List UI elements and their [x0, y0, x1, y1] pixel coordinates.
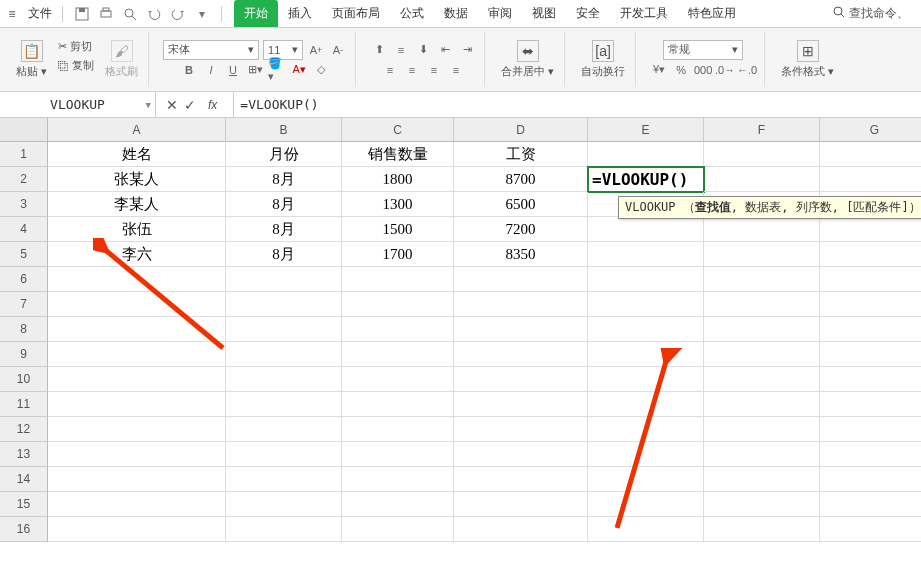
cell[interactable] [48, 492, 226, 517]
cell[interactable] [588, 317, 704, 342]
cell[interactable] [454, 417, 588, 442]
tab-review[interactable]: 审阅 [478, 0, 522, 27]
cell[interactable] [704, 392, 820, 417]
cell[interactable] [454, 292, 588, 317]
cell[interactable] [588, 467, 704, 492]
cell[interactable] [704, 167, 820, 192]
align-bottom-icon[interactable]: ⬇ [414, 41, 432, 59]
cell[interactable] [48, 317, 226, 342]
cell[interactable] [588, 342, 704, 367]
cell[interactable] [588, 217, 704, 242]
cell[interactable] [342, 292, 454, 317]
cell[interactable] [820, 167, 921, 192]
print-preview-icon[interactable] [121, 5, 139, 23]
cond-format-button[interactable]: ⊞ 条件格式 ▾ [779, 38, 836, 81]
align-left-icon[interactable]: ≡ [381, 61, 399, 79]
cell[interactable] [342, 467, 454, 492]
cell[interactable] [48, 367, 226, 392]
currency-icon[interactable]: ¥▾ [650, 61, 668, 79]
format-painter-button[interactable]: 🖌 格式刷 [103, 38, 140, 81]
tab-page-layout[interactable]: 页面布局 [322, 0, 390, 27]
row-header[interactable]: 16 [0, 517, 48, 542]
cell[interactable] [820, 367, 921, 392]
row-header[interactable]: 6 [0, 267, 48, 292]
cell[interactable]: 8月 [226, 242, 342, 267]
cell[interactable]: 8700 [454, 167, 588, 192]
cell[interactable] [704, 292, 820, 317]
cell[interactable] [48, 392, 226, 417]
cell[interactable] [704, 442, 820, 467]
tab-start[interactable]: 开始 [234, 0, 278, 27]
row-header[interactable]: 4 [0, 217, 48, 242]
row-header[interactable]: 10 [0, 367, 48, 392]
column-header[interactable]: D [454, 118, 588, 142]
cell[interactable]: 姓名 [48, 142, 226, 167]
column-header[interactable]: B [226, 118, 342, 142]
redo-icon[interactable] [169, 5, 187, 23]
formula-input[interactable]: =VLOOKUP() [234, 97, 921, 112]
row-header[interactable]: 8 [0, 317, 48, 342]
cell[interactable] [342, 392, 454, 417]
cell[interactable] [820, 392, 921, 417]
cell[interactable]: 8350 [454, 242, 588, 267]
border-button[interactable]: ⊞▾ [246, 61, 264, 79]
percent-icon[interactable]: % [672, 61, 690, 79]
cell[interactable] [820, 242, 921, 267]
cell[interactable]: 李某人 [48, 192, 226, 217]
row-header[interactable]: 11 [0, 392, 48, 417]
align-justify-icon[interactable]: ≡ [447, 61, 465, 79]
cell[interactable] [820, 442, 921, 467]
cell[interactable] [226, 267, 342, 292]
cell[interactable] [588, 242, 704, 267]
column-header[interactable]: G [820, 118, 921, 142]
cell[interactable]: 1500 [342, 217, 454, 242]
cell[interactable] [48, 442, 226, 467]
cell[interactable] [454, 467, 588, 492]
row-header[interactable]: 3 [0, 192, 48, 217]
cell[interactable] [704, 242, 820, 267]
tab-view[interactable]: 视图 [522, 0, 566, 27]
row-header[interactable]: 2 [0, 167, 48, 192]
print-icon[interactable] [97, 5, 115, 23]
number-format-select[interactable]: 常规▾ [663, 40, 743, 60]
save-icon[interactable] [73, 5, 91, 23]
cell[interactable] [588, 442, 704, 467]
cell[interactable]: 李六 [48, 242, 226, 267]
cell[interactable] [454, 367, 588, 392]
tab-special[interactable]: 特色应用 [678, 0, 746, 27]
italic-button[interactable]: I [202, 61, 220, 79]
cell[interactable] [342, 442, 454, 467]
font-name-select[interactable]: 宋体▾ [163, 40, 259, 60]
tab-security[interactable]: 安全 [566, 0, 610, 27]
tab-formula[interactable]: 公式 [390, 0, 434, 27]
cell[interactable] [454, 517, 588, 542]
cell[interactable] [588, 417, 704, 442]
row-header[interactable]: 14 [0, 467, 48, 492]
cell[interactable] [226, 392, 342, 417]
cell[interactable] [820, 317, 921, 342]
cell[interactable] [704, 367, 820, 392]
cell[interactable]: 张某人 [48, 167, 226, 192]
cell[interactable] [820, 267, 921, 292]
cell[interactable] [48, 267, 226, 292]
cell[interactable] [704, 342, 820, 367]
merge-center-button[interactable]: ⬌ 合并居中 ▾ [499, 38, 556, 81]
row-header[interactable]: 1 [0, 142, 48, 167]
cell[interactable] [226, 517, 342, 542]
cell[interactable] [48, 292, 226, 317]
cell[interactable] [454, 492, 588, 517]
menu-file[interactable]: 文件 [22, 0, 58, 27]
select-all-corner[interactable] [0, 118, 48, 142]
cell[interactable] [588, 492, 704, 517]
cell[interactable] [342, 267, 454, 292]
indent-right-icon[interactable]: ⇥ [458, 41, 476, 59]
cell[interactable] [342, 492, 454, 517]
align-center-icon[interactable]: ≡ [403, 61, 421, 79]
cell[interactable] [226, 367, 342, 392]
cell[interactable]: 1700 [342, 242, 454, 267]
cell[interactable] [226, 442, 342, 467]
cell[interactable]: 8月 [226, 217, 342, 242]
cut-button[interactable]: ✂剪切 [55, 38, 97, 55]
cell[interactable] [48, 467, 226, 492]
cell[interactable] [226, 342, 342, 367]
